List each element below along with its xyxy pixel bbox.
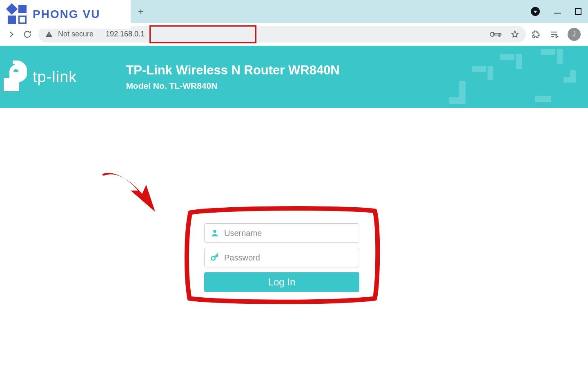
router-model: Model No. TL-WR840N xyxy=(126,81,339,91)
security-status-label: Not secure xyxy=(58,30,94,38)
tab-search-icon[interactable] xyxy=(531,7,540,16)
arrow-annotation-icon xyxy=(94,167,167,224)
media-control-icon[interactable] xyxy=(550,30,559,39)
new-tab-button[interactable]: + xyxy=(135,5,147,18)
username-input[interactable] xyxy=(224,229,353,238)
window-maximize-button[interactable] xyxy=(575,8,581,15)
password-field-wrap xyxy=(204,248,359,267)
tplink-brand-text: tp-link xyxy=(33,68,77,86)
svg-point-10 xyxy=(213,230,216,233)
url-text: 192.168.0.1 xyxy=(106,30,145,38)
login-button[interactable]: Log In xyxy=(204,272,359,292)
phongvu-brand-text: PHONG VU xyxy=(33,8,100,21)
tplink-logo-icon xyxy=(3,61,27,93)
router-title-block: TP-Link Wireless N Router WR840N Model N… xyxy=(126,63,339,91)
password-input[interactable] xyxy=(224,253,353,263)
window-controls xyxy=(531,0,581,23)
extensions-icon[interactable] xyxy=(532,30,541,39)
not-secure-icon xyxy=(45,30,53,38)
window-minimize-button[interactable] xyxy=(554,13,561,13)
profile-avatar[interactable]: J xyxy=(568,28,581,41)
svg-rect-0 xyxy=(49,33,49,35)
svg-point-2 xyxy=(490,32,494,36)
login-form: Log In xyxy=(186,208,377,304)
bookmark-star-icon[interactable] xyxy=(510,30,519,39)
forward-button[interactable] xyxy=(6,29,16,40)
key-icon[interactable] xyxy=(489,30,503,39)
url-highlight-annotation xyxy=(149,25,256,43)
username-field-wrap xyxy=(204,223,359,243)
phongvu-overlay-logo: PHONG VU xyxy=(0,0,131,29)
tplink-logo: tp-link xyxy=(3,61,77,93)
phongvu-logo-icon xyxy=(7,4,27,24)
router-header-banner: tp-link TP-Link Wireless N Router WR840N… xyxy=(0,46,588,108)
user-icon xyxy=(210,229,219,238)
key-icon xyxy=(210,253,219,262)
banner-decoration xyxy=(441,46,588,108)
router-title: TP-Link Wireless N Router WR840N xyxy=(126,63,339,78)
reload-button[interactable] xyxy=(22,29,33,40)
svg-rect-9 xyxy=(11,72,17,90)
svg-rect-1 xyxy=(49,36,49,36)
